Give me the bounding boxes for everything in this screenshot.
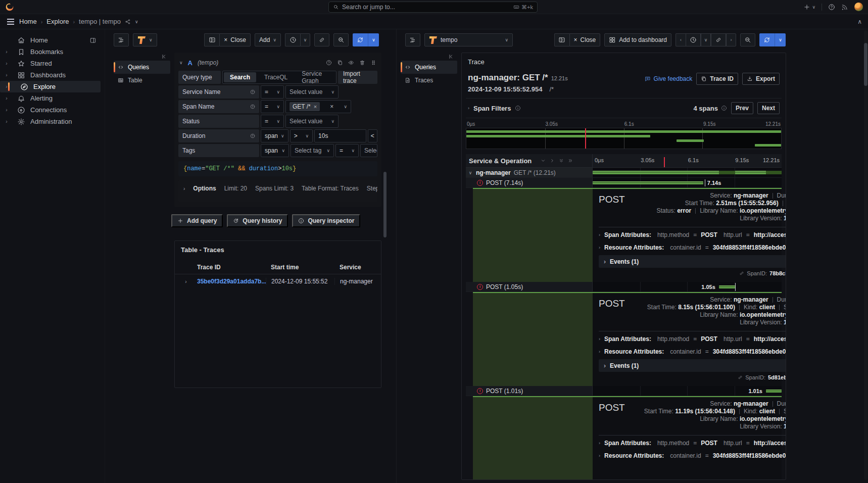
service-name-operator-select[interactable]: =∨: [261, 85, 284, 99]
outline-button[interactable]: [114, 33, 129, 46]
datasource-picker[interactable]: ∨: [133, 33, 157, 46]
import-trace-button[interactable]: Import trace: [338, 71, 377, 84]
export-button[interactable]: Export: [742, 73, 780, 85]
events-row[interactable]: ›Events (1): [599, 359, 786, 372]
grafana-logo[interactable]: [5, 3, 14, 12]
col-trace-id[interactable]: Trace ID: [197, 264, 271, 271]
duration-scope-select[interactable]: span∨: [261, 129, 288, 142]
span-attributes-row[interactable]: ›Span Attributes: http.method=POST http.…: [599, 332, 786, 345]
expand-chevron-icon[interactable]: ›: [3, 95, 10, 101]
expand-one-icon[interactable]: [550, 158, 555, 163]
breadcrumb-home[interactable]: Home: [19, 18, 37, 25]
time-picker-button[interactable]: [285, 33, 300, 46]
panel-title[interactable]: Table - Traces: [175, 241, 381, 257]
span-row-post-2[interactable]: ! POST (1.05s) 1.05s: [466, 282, 782, 292]
dock-menu-icon[interactable]: [89, 37, 97, 44]
copy-link-button[interactable]: [711, 33, 726, 46]
collapse-topbar-button[interactable]: ∧: [857, 18, 862, 25]
sidebar-item-home[interactable]: Home: [0, 34, 101, 46]
span-id-row[interactable]: SpanID: 5d81ebc850b09985: [599, 373, 786, 382]
span-attributes-row[interactable]: ›Span Attributes: http.method=POST http.…: [599, 228, 786, 241]
sidebar-item-dashboards[interactable]: › Dashboards: [0, 69, 101, 81]
sidebar-item-explore[interactable]: › Explore: [0, 81, 101, 92]
user-avatar[interactable]: [854, 3, 863, 11]
tab-service-graph[interactable]: Service Graph: [295, 71, 336, 83]
span-bar[interactable]: [766, 390, 782, 393]
add-query-button[interactable]: Add query: [171, 214, 223, 227]
expand-row-icon[interactable]: ›: [175, 279, 197, 284]
add-to-dashboard-button[interactable]: Add to dashboard: [604, 33, 671, 46]
trace-minimap[interactable]: 0μs 3.05s 6.1s 9.15s 12.21s: [466, 121, 782, 149]
zoom-out-button[interactable]: [333, 33, 349, 46]
scrollbar-thumb[interactable]: [864, 43, 867, 86]
expand-chevron-icon[interactable]: ›: [3, 72, 10, 78]
collapse-span-icon[interactable]: ∨: [468, 170, 473, 175]
resource-attributes-row[interactable]: ›Resource Attributes: container.id=304fd…: [599, 345, 786, 358]
tab-traceql[interactable]: TraceQL: [257, 71, 295, 83]
service-name-value-select[interactable]: Select value∨: [285, 85, 339, 99]
breadcrumb-tempo[interactable]: tempo | tempo: [79, 18, 121, 25]
search-input[interactable]: Search or jump to... ⌘+k: [328, 2, 538, 13]
tags-value-select[interactable]: Select va: [360, 144, 377, 157]
sidebar-item-administration[interactable]: › Administration: [0, 116, 101, 127]
panel-title[interactable]: Trace: [466, 57, 782, 71]
rail-item-queries[interactable]: Queries: [114, 61, 170, 74]
expand-chevron-icon[interactable]: ›: [3, 107, 10, 113]
run-query-interval-caret[interactable]: ∨: [775, 33, 786, 46]
query-options[interactable]: › Options Limit: 20 Spans Limit: 3 Table…: [178, 180, 377, 202]
outline-button[interactable]: [405, 33, 420, 46]
tags-scope-select[interactable]: span∨: [261, 144, 289, 157]
expand-chevron-icon[interactable]: ›: [3, 119, 10, 124]
collapse-query-icon[interactable]: ∨: [179, 60, 183, 65]
col-service[interactable]: Service: [334, 264, 381, 271]
collapse-one-icon[interactable]: [541, 158, 546, 163]
next-span-button[interactable]: Next: [757, 102, 780, 114]
run-query-button[interactable]: [759, 33, 775, 46]
duration-operator-select[interactable]: >∨: [290, 129, 313, 142]
split-pane-button[interactable]: [204, 33, 219, 46]
time-picker-caret[interactable]: ∨: [300, 33, 310, 46]
sidebar-item-alerting[interactable]: › Alerting: [0, 92, 101, 104]
duplicate-query-button[interactable]: [337, 60, 343, 66]
tags-key-select[interactable]: Select tag∨: [291, 144, 334, 157]
clear-value-icon[interactable]: ×: [330, 103, 333, 110]
menu-toggle-icon[interactable]: [6, 18, 15, 26]
rail-item-queries[interactable]: Queries: [401, 61, 457, 74]
remove-chip-icon[interactable]: ×: [314, 104, 317, 110]
zoom-out-button[interactable]: [740, 33, 755, 46]
resource-attributes-row[interactable]: ›Resource Attributes: container.id=304fd…: [599, 449, 786, 462]
resource-attributes-row[interactable]: ›Resource Attributes: container.id=304fd…: [599, 241, 786, 254]
time-shift-back-button[interactable]: ‹: [676, 33, 686, 46]
news-button[interactable]: [841, 4, 848, 11]
expand-chevron-icon[interactable]: ›: [3, 49, 10, 55]
span-id-row[interactable]: SpanID: 78b8cbaa6514af7a: [599, 269, 786, 278]
trace-id-button[interactable]: Trace ID: [696, 73, 738, 85]
close-pane-button[interactable]: ×Close: [569, 33, 601, 46]
sidebar-item-bookmarks[interactable]: › Bookmarks: [0, 46, 101, 58]
info-icon[interactable]: [250, 89, 255, 94]
span-bar[interactable]: [593, 171, 782, 174]
expand-all-icon[interactable]: [568, 158, 573, 163]
run-query-interval-caret[interactable]: ∨: [368, 33, 379, 46]
span-bar[interactable]: [719, 285, 735, 288]
expand-chevron-icon[interactable]: ›: [3, 84, 10, 89]
pane-scrollbar[interactable]: [383, 172, 387, 237]
collapse-all-icon[interactable]: [559, 158, 564, 163]
tags-operator-select[interactable]: =∨: [335, 144, 359, 157]
info-icon[interactable]: [515, 105, 521, 111]
status-value-select[interactable]: Select value∨: [285, 115, 339, 128]
new-button[interactable]: ∨: [803, 4, 815, 11]
info-icon[interactable]: [250, 133, 255, 138]
span-name-chip[interactable]: GET /*×: [290, 102, 320, 111]
copy-link-button[interactable]: [314, 33, 329, 46]
query-history-button[interactable]: Query history: [227, 214, 288, 227]
give-feedback-link[interactable]: Give feedback: [645, 75, 693, 82]
disable-query-button[interactable]: [348, 60, 354, 66]
info-icon[interactable]: [721, 105, 727, 111]
expand-filters-icon[interactable]: ›: [468, 106, 469, 111]
close-pane-button[interactable]: ×Close: [219, 33, 251, 46]
breadcrumb-explore[interactable]: Explore: [46, 18, 69, 25]
collapse-rail-button[interactable]: [114, 53, 170, 61]
query-inspector-button[interactable]: Query inspector: [292, 214, 360, 227]
expand-chevron-icon[interactable]: ›: [3, 61, 10, 66]
